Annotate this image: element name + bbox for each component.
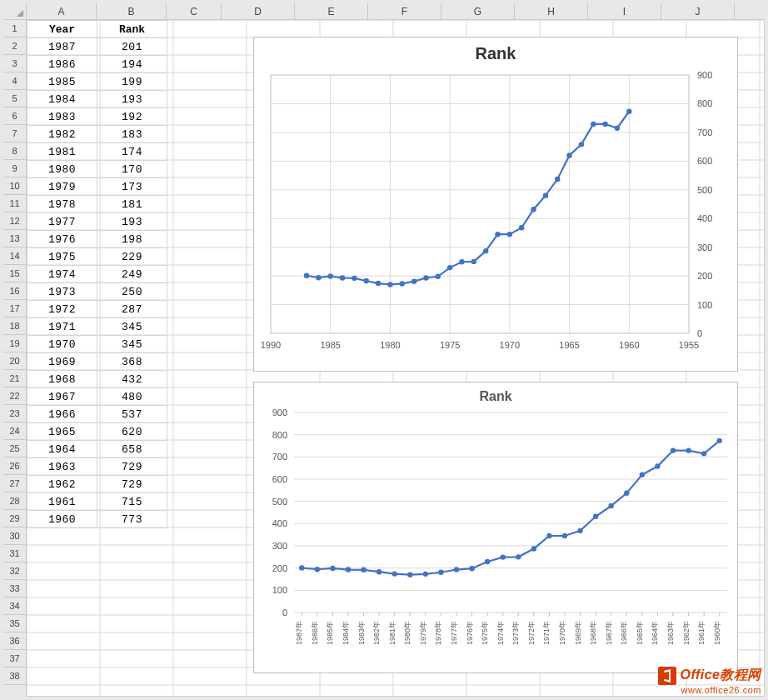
cell-rank[interactable]: 620: [97, 423, 167, 441]
row-header-21[interactable]: 21: [3, 370, 26, 388]
table-row[interactable]: 1961715: [27, 493, 167, 511]
row-header-37[interactable]: 37: [3, 650, 26, 668]
grid-area[interactable]: Year Rank 198720119861941985199198419319…: [27, 20, 765, 697]
cell-rank[interactable]: 229: [97, 248, 167, 266]
row-header-35[interactable]: 35: [3, 615, 26, 632]
cell-year[interactable]: 1971: [27, 318, 97, 336]
cell-rank[interactable]: 729: [97, 458, 167, 476]
row-header-1[interactable]: 1: [3, 20, 26, 38]
cell-rank[interactable]: 480: [97, 388, 167, 406]
table-row[interactable]: 1984193: [27, 91, 167, 108]
table-row[interactable]: 1975229: [27, 248, 167, 266]
col-header-H[interactable]: H: [515, 3, 588, 19]
cell-rank[interactable]: 345: [97, 336, 167, 353]
table-row[interactable]: 1962729: [27, 476, 167, 493]
table-row[interactable]: 1970345: [27, 336, 167, 353]
row-header-31[interactable]: 31: [3, 545, 26, 562]
cell-year[interactable]: 1966: [27, 406, 97, 423]
table-row[interactable]: 1986194: [27, 56, 167, 73]
table-row[interactable]: 1982183: [27, 126, 167, 143]
col-header-E[interactable]: E: [295, 3, 368, 19]
cell-year[interactable]: 1967: [27, 388, 97, 406]
cell-year[interactable]: 1981: [27, 143, 97, 161]
row-header-8[interactable]: 8: [3, 142, 26, 160]
table-row[interactable]: 1971345: [27, 318, 167, 336]
row-header-25[interactable]: 25: [3, 440, 26, 458]
table-row[interactable]: 1983192: [27, 108, 167, 126]
cell-year[interactable]: 1968: [27, 371, 97, 388]
col-header-A[interactable]: A: [27, 3, 97, 19]
row-header-28[interactable]: 28: [3, 492, 26, 510]
col-header-D[interactable]: D: [222, 3, 295, 19]
chart-rank-category[interactable]: Rank 01002003004005006007008009001987年19…: [253, 382, 738, 673]
cell-rank[interactable]: 183: [97, 126, 167, 143]
table-row[interactable]: 1968432: [27, 371, 167, 388]
col-header-F[interactable]: F: [368, 3, 441, 19]
row-header-4[interactable]: 4: [3, 72, 26, 90]
table-row[interactable]: 1981174: [27, 143, 167, 161]
cell-year[interactable]: 1985: [27, 73, 97, 91]
cell-rank[interactable]: 250: [97, 283, 167, 301]
row-header-3[interactable]: 3: [3, 55, 26, 72]
header-rank[interactable]: Rank: [97, 21, 167, 38]
header-year[interactable]: Year: [27, 21, 97, 38]
cell-rank[interactable]: 432: [97, 371, 167, 388]
cell-rank[interactable]: 170: [97, 161, 167, 178]
table-row[interactable]: 1963729: [27, 458, 167, 476]
cell-year[interactable]: 1984: [27, 91, 97, 108]
col-header-G[interactable]: G: [441, 3, 515, 19]
row-header-14[interactable]: 14: [3, 248, 26, 265]
row-header-24[interactable]: 24: [3, 422, 26, 440]
cell-rank[interactable]: 192: [97, 108, 167, 126]
table-row[interactable]: 1964658: [27, 441, 167, 458]
row-header-19[interactable]: 19: [3, 335, 26, 352]
cell-rank[interactable]: 368: [97, 353, 167, 371]
row-header-12[interactable]: 12: [3, 212, 26, 230]
row-header-7[interactable]: 7: [3, 125, 26, 142]
row-header-33[interactable]: 33: [3, 580, 26, 598]
table-row[interactable]: 1979173: [27, 178, 167, 196]
row-header-17[interactable]: 17: [3, 300, 26, 318]
cell-year[interactable]: 1978: [27, 196, 97, 213]
row-header-5[interactable]: 5: [3, 90, 26, 108]
cell-rank[interactable]: 345: [97, 318, 167, 336]
row-header-26[interactable]: 26: [3, 458, 26, 475]
row-header-36[interactable]: 36: [3, 632, 26, 650]
cell-rank[interactable]: 199: [97, 73, 167, 91]
col-header-I[interactable]: I: [588, 3, 661, 19]
cell-year[interactable]: 1987: [27, 38, 97, 56]
row-header-32[interactable]: 32: [3, 562, 26, 580]
cell-year[interactable]: 1964: [27, 441, 97, 458]
cell-rank[interactable]: 174: [97, 143, 167, 161]
row-header-10[interactable]: 10: [3, 178, 26, 195]
cell-year[interactable]: 1970: [27, 336, 97, 353]
cell-year[interactable]: 1977: [27, 213, 97, 231]
cell-rank[interactable]: 658: [97, 441, 167, 458]
row-header-13[interactable]: 13: [3, 230, 26, 248]
table-row[interactable]: 1978181: [27, 196, 167, 213]
cell-rank[interactable]: 537: [97, 406, 167, 423]
cell-year[interactable]: 1963: [27, 458, 97, 476]
cell-rank[interactable]: 181: [97, 196, 167, 213]
row-header-15[interactable]: 15: [3, 265, 26, 282]
row-header-16[interactable]: 16: [3, 282, 26, 300]
table-row[interactable]: 1976198: [27, 231, 167, 248]
cell-year[interactable]: 1969: [27, 353, 97, 371]
cell-rank[interactable]: 249: [97, 266, 167, 283]
cell-rank[interactable]: 715: [97, 493, 167, 511]
cell-year[interactable]: 1979: [27, 178, 97, 196]
row-header-9[interactable]: 9: [3, 160, 26, 178]
row-header-18[interactable]: 18: [3, 318, 26, 335]
cell-year[interactable]: 1982: [27, 126, 97, 143]
cell-year[interactable]: 1960: [27, 511, 97, 528]
cell-year[interactable]: 1975: [27, 248, 97, 266]
cell-rank[interactable]: 201: [97, 38, 167, 56]
col-header-C[interactable]: C: [167, 3, 222, 19]
table-row[interactable]: 1985199: [27, 73, 167, 91]
row-header-38[interactable]: 38: [3, 668, 26, 685]
cell-rank[interactable]: 198: [97, 231, 167, 248]
cell-rank[interactable]: 193: [97, 213, 167, 231]
cell-rank[interactable]: 193: [97, 91, 167, 108]
cell-year[interactable]: 1974: [27, 266, 97, 283]
table-row[interactable]: 1980170: [27, 161, 167, 178]
